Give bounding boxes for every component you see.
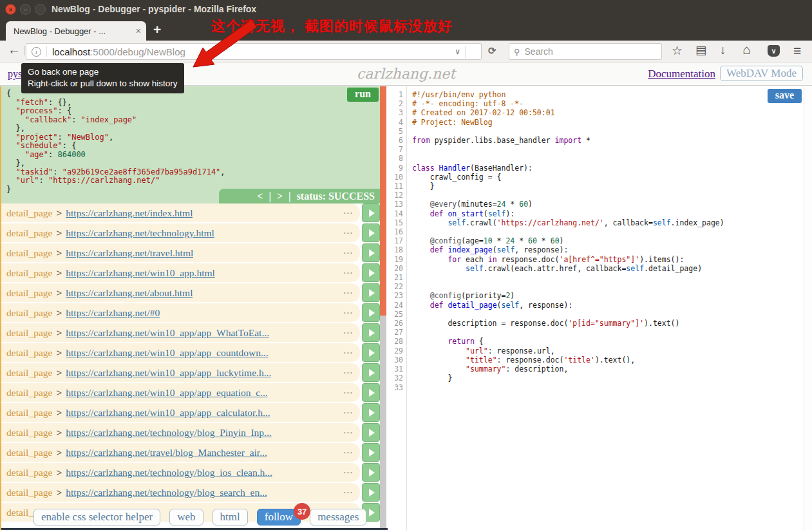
search-input[interactable]: ⚲ Search — [509, 43, 662, 60]
editor-gutter: 1234567891011121314151617181920212223242… — [386, 90, 406, 392]
follow-url-link[interactable]: https://carlzhang.net/travel.html — [66, 247, 193, 259]
follow-url-link[interactable]: https://carlzhang.net/win10_app/app_What… — [66, 327, 269, 339]
callback-label: detail_page — [6, 227, 52, 239]
window-maximize-button[interactable] — [35, 4, 46, 15]
task-details-icon[interactable]: ••• — [337, 410, 354, 416]
run-follow-button[interactable] — [362, 243, 380, 262]
html-tab-button[interactable]: html — [212, 509, 248, 525]
play-icon — [369, 449, 375, 457]
task-json-editor[interactable]: { "fetch": {}, "process": { "callback": … — [1, 86, 380, 203]
window-title: NewBlog - Debugger - pyspider - Mozilla … — [52, 4, 256, 14]
follows-tab-button[interactable]: follow 37 — [257, 509, 301, 525]
callback-arrow: > — [56, 247, 62, 259]
follows-count-badge: 37 — [294, 503, 310, 520]
run-follow-button[interactable] — [362, 323, 380, 342]
search-placeholder: Search — [525, 46, 553, 57]
messages-tab-button[interactable]: messages — [310, 509, 366, 525]
callback-label: detail_page — [6, 287, 52, 299]
home-icon[interactable]: ⌂ — [742, 42, 751, 57]
pocket-icon[interactable]: ∨ — [768, 45, 780, 57]
follow-url-link[interactable]: https://carlzhang.net/technology/blog_Pi… — [66, 427, 271, 439]
follow-url-link[interactable]: https://carlzhang.net/about.html — [66, 287, 193, 299]
task-details-icon[interactable]: ••• — [337, 489, 354, 496]
play-icon — [369, 349, 375, 357]
run-follow-button[interactable] — [362, 423, 380, 442]
webdav-mode-button[interactable]: WebDAV Mode — [720, 66, 803, 81]
next-task-button[interactable]: > — [277, 191, 283, 202]
tooltip-line1: Go back one page — [28, 66, 178, 78]
task-details-icon[interactable]: ••• — [337, 350, 354, 356]
callback-arrow: > — [56, 467, 62, 478]
site-info-icon[interactable]: i — [32, 47, 41, 57]
bookmark-star-icon[interactable]: ☆ — [672, 43, 683, 58]
browser-tab[interactable]: NewBlog - Debugger - ... × — [6, 21, 146, 41]
follow-row: detail_page>https://carlzhang.net/win10_… — [1, 263, 380, 282]
back-button[interactable]: ← — [8, 43, 21, 57]
tab-close-icon[interactable]: × — [136, 26, 141, 36]
window-minimize-button[interactable]: − — [20, 4, 31, 15]
run-follow-button[interactable] — [362, 463, 380, 482]
web-tab-button[interactable]: web — [169, 509, 203, 525]
follow-url-link[interactable]: https://carlzhang.net/#0 — [66, 307, 160, 319]
follow-url-link[interactable]: https://carlzhang.net/win10_app/app_coun… — [66, 347, 268, 359]
callback-arrow: > — [56, 447, 62, 459]
run-follow-button[interactable] — [362, 203, 380, 222]
run-follow-button[interactable] — [362, 223, 380, 242]
editor-scrollbar[interactable] — [804, 86, 812, 530]
callback-label: detail_page — [6, 267, 52, 279]
task-details-icon[interactable]: ••• — [337, 290, 354, 296]
follow-url-link[interactable]: https://carlzhang.net/technology/blog_se… — [66, 487, 267, 498]
task-details-icon[interactable]: ••• — [337, 210, 354, 216]
task-details-icon[interactable]: ••• — [337, 270, 354, 276]
task-details-icon[interactable]: ••• — [337, 390, 354, 396]
task-details-icon[interactable]: ••• — [337, 230, 354, 236]
url-bar[interactable]: i localhost :5000/debug/NewBlog ∨ — [26, 43, 482, 60]
bookmarks-list-icon[interactable]: ▤ — [695, 43, 706, 57]
run-follow-button[interactable] — [362, 383, 380, 402]
panel-splitter[interactable] — [380, 86, 386, 530]
run-follow-button[interactable] — [362, 303, 380, 322]
save-button[interactable]: save — [768, 89, 802, 103]
task-details-icon[interactable]: ••• — [337, 430, 354, 436]
follow-url-link[interactable]: https://carlzhang.net/win10_app/app_equa… — [66, 387, 267, 399]
follow-url-link[interactable]: https://carlzhang.net/win10_app.html — [66, 267, 215, 279]
documentation-link[interactable]: Documentation — [648, 68, 715, 80]
task-json: { "fetch": {}, "process": { "callback": … — [6, 90, 225, 194]
url-dropdown-icon[interactable]: ∨ — [455, 47, 460, 56]
run-button[interactable]: run — [347, 88, 379, 102]
follow-url-link[interactable]: https://carlzhang.net/index.html — [66, 207, 193, 219]
play-icon — [369, 389, 375, 397]
task-details-icon[interactable]: ••• — [337, 450, 354, 456]
follow-url-link[interactable]: https://carlzhang.net/win10_app/app_luck… — [66, 367, 271, 379]
script-editor[interactable]: 1234567891011121314151617181920212223242… — [386, 86, 804, 530]
run-follow-button[interactable] — [362, 483, 380, 502]
run-follow-button[interactable] — [362, 403, 380, 422]
prev-task-button[interactable]: < — [257, 191, 263, 202]
callback-arrow: > — [56, 227, 62, 239]
task-details-icon[interactable]: ••• — [337, 469, 354, 476]
run-follow-button[interactable] — [362, 363, 380, 382]
task-details-icon[interactable]: ••• — [337, 330, 354, 336]
css-selector-helper-button[interactable]: enable css selector helper — [33, 509, 160, 525]
run-follow-button[interactable] — [362, 283, 380, 302]
callback-label: detail_page — [6, 307, 52, 319]
task-details-icon[interactable]: ••• — [337, 370, 354, 376]
menu-hamburger-icon[interactable]: ≡ — [793, 43, 801, 59]
editor-code[interactable]: #!/usr/bin/env python# -*- encoding: utf… — [412, 90, 724, 392]
run-follow-button[interactable] — [362, 343, 380, 362]
run-follow-button[interactable] — [362, 263, 380, 282]
new-tab-button[interactable]: + — [153, 22, 161, 37]
window-close-button[interactable]: × — [5, 4, 16, 15]
follow-url-link[interactable]: https://carlzhang.net/win10_app/app_calc… — [66, 407, 270, 419]
callback-arrow: > — [56, 387, 62, 399]
run-follow-button[interactable] — [362, 443, 380, 462]
task-details-icon[interactable]: ••• — [337, 250, 354, 256]
callback-arrow: > — [56, 487, 62, 498]
reload-icon[interactable]: ⟳ — [488, 45, 496, 57]
follow-url-link[interactable]: https://carlzhang.net/technology/blog_io… — [66, 467, 272, 478]
follow-url-link[interactable]: https://carlzhang.net/technology.html — [66, 227, 214, 239]
downloads-icon[interactable]: ↓ — [720, 43, 726, 57]
task-details-icon[interactable]: ••• — [337, 310, 354, 316]
navigation-bar: ← | i localhost :5000/debug/NewBlog ∨ ⟳ … — [0, 41, 812, 62]
follow-url-link[interactable]: https://carlzhang.net/travel/blog_Manche… — [66, 447, 267, 459]
